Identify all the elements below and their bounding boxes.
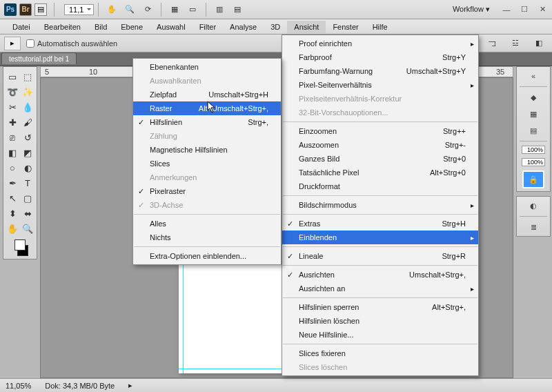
opacity-value-2[interactable]: 100% <box>522 158 545 166</box>
menu-item[interactable]: Slices <box>133 157 281 170</box>
menu-item[interactable]: Nichts <box>133 231 281 244</box>
gradient-tool-icon[interactable]: ◩ <box>21 146 34 159</box>
3d-tool-icon[interactable]: ⬍ <box>6 206 19 220</box>
menu-item[interactable]: Hilfslinien löschen <box>282 314 478 328</box>
status-bar: 11,05% Dok: 34,3 MB/0 Byte ▸ <box>0 378 552 392</box>
distribute-icon[interactable]: ☳ <box>508 36 523 51</box>
menu-item[interactable]: Bildschirmmodus <box>282 198 478 212</box>
minimize-button[interactable]: — <box>501 5 512 14</box>
zoom-level-combo[interactable]: 11,1 <box>64 4 94 15</box>
menu-ebene[interactable]: Ebene <box>114 21 150 33</box>
dodge-tool-icon[interactable]: ◐ <box>21 161 34 175</box>
app-icon-photoshop[interactable]: Ps <box>4 3 17 16</box>
menu-item[interactable]: Druckformat <box>282 179 478 193</box>
menu-item[interactable]: Slices fixieren <box>282 346 478 360</box>
menu-hilfe[interactable]: Hilfe <box>366 21 395 33</box>
lock-icon: 🔒 <box>529 175 538 184</box>
expand-dock-icon[interactable]: « <box>526 70 540 82</box>
pen-tool-icon[interactable]: ✒ <box>6 176 19 190</box>
menu-item[interactable]: Pixelraster <box>133 184 281 198</box>
auto-select-checkbox[interactable]: Automatisch auswählen <box>26 39 117 48</box>
eyedropper-tool-icon[interactable]: 💧 <box>21 100 34 114</box>
adjustments-panel-icon[interactable]: ◐ <box>526 199 540 212</box>
screen-mode-icon[interactable]: ▭ <box>185 2 200 17</box>
eraser-tool-icon[interactable]: ◧ <box>6 146 19 159</box>
arrange-grid-icon[interactable]: ▦ <box>167 2 182 17</box>
app-icon-bridge[interactable]: Br <box>19 3 32 16</box>
shape-tool-icon[interactable]: ▢ <box>21 191 34 205</box>
menu-fenster[interactable]: Fenster <box>326 21 365 33</box>
status-doc-info[interactable]: Dok: 34,3 MB/0 Byte <box>45 382 115 390</box>
menu-item[interactable]: Proof einrichten <box>282 37 478 50</box>
menu-item[interactable]: AusrichtenUmschalt+Strg+, <box>282 268 478 282</box>
menu-item[interactable]: Alles <box>133 217 281 231</box>
foreground-swatch[interactable] <box>14 239 26 251</box>
3d-camera-tool-icon[interactable]: ⬌ <box>21 206 34 220</box>
status-zoom[interactable]: 11,05% <box>6 382 31 390</box>
menu-item[interactable]: EinzoomenStrg++ <box>282 124 478 138</box>
maximize-button[interactable]: ☐ <box>519 5 530 14</box>
move-tool-icon[interactable]: ▭ <box>6 70 19 84</box>
menu-bild[interactable]: Bild <box>88 21 114 33</box>
menu-3d[interactable]: 3D <box>264 21 287 33</box>
menu-item[interactable]: RasterAlt+Umschalt+Strg+, <box>133 101 281 115</box>
type-tool-icon[interactable]: T <box>21 176 34 190</box>
menu-item[interactable]: Ebenenkanten <box>133 60 281 74</box>
menu-auswahl[interactable]: Auswahl <box>150 21 193 33</box>
crop-tool-icon[interactable]: ✂ <box>6 100 19 114</box>
menu-bearbeiten[interactable]: Bearbeiten <box>37 21 88 33</box>
hand-tool2-icon[interactable]: ✋ <box>6 222 19 235</box>
menu-item[interactable]: ZielpfadUmschalt+Strg+H <box>133 88 281 101</box>
menu-analyse[interactable]: Analyse <box>223 21 264 33</box>
color-swatches[interactable] <box>6 237 34 256</box>
menu-item[interactable]: Ausrichten an <box>282 282 478 295</box>
close-button[interactable]: ✕ <box>537 5 548 14</box>
styles-panel-icon[interactable]: ▤ <box>526 124 540 137</box>
menu-filter[interactable]: Filter <box>193 21 223 33</box>
align-icon-2[interactable]: ⫎ <box>484 36 500 51</box>
workspace-switcher[interactable]: Workflow ▾ <box>448 3 494 15</box>
menu-item[interactable]: Farbumfang-WarnungUmschalt+Strg+Y <box>282 64 478 78</box>
menu-item[interactable]: Pixel-Seitenverhältnis <box>282 78 478 92</box>
menu-item: Zählung <box>133 129 281 143</box>
menu-item[interactable]: FarbproofStrg+Y <box>282 50 478 64</box>
menu-item[interactable]: ExtrasStrg+H <box>282 217 478 231</box>
color-panel-icon[interactable]: ◆ <box>526 91 540 104</box>
zoom-tool2-icon[interactable]: 🔍 <box>21 222 34 235</box>
menu-item[interactable]: Ganzes BildStrg+0 <box>282 152 478 166</box>
marquee-tool-icon[interactable]: ⬚ <box>21 70 34 84</box>
menu-item: Anmerkungen <box>133 170 281 184</box>
lasso-tool-icon[interactable]: ➰ <box>6 85 19 99</box>
menu-item[interactable]: Neue Hilfslinie... <box>282 328 478 342</box>
path-select-tool-icon[interactable]: ↖ <box>6 191 19 205</box>
document-tab[interactable]: testtutorial.pdf bei 1 <box>1 52 77 64</box>
heal-tool-icon[interactable]: ✚ <box>6 115 19 129</box>
stamp-tool-icon[interactable]: ⎚ <box>6 130 19 144</box>
panel-toggle-icon[interactable]: ◧ <box>531 36 546 51</box>
layers-panel-icon[interactable]: ≣ <box>526 221 540 233</box>
menu-item[interactable]: LinealeStrg+R <box>282 249 478 263</box>
layer-thumbnail[interactable]: 🔒 <box>522 170 544 188</box>
opacity-value-1[interactable]: 100% <box>522 146 545 154</box>
extras-icon-2[interactable]: ▤ <box>230 2 245 17</box>
film-strip-icon[interactable]: ▤ <box>34 3 47 16</box>
menu-item[interactable]: Extra-Optionen einblenden... <box>133 249 281 263</box>
menu-item[interactable]: HilfslinienStrg+, <box>133 115 281 129</box>
blur-tool-icon[interactable]: ○ <box>6 161 19 175</box>
rotate-view-icon[interactable]: ⟳ <box>140 2 155 17</box>
quick-select-tool-icon[interactable]: ✨ <box>21 85 34 99</box>
swatches-panel-icon[interactable]: ▦ <box>526 108 540 120</box>
menu-item[interactable]: Tatsächliche PixelAlt+Strg+0 <box>282 166 478 179</box>
menu-ansicht[interactable]: Ansicht <box>287 21 326 33</box>
menu-item[interactable]: AuszoomenStrg+- <box>282 138 478 152</box>
menu-item[interactable]: Einblenden <box>282 231 478 244</box>
brush-tool-icon[interactable]: 🖌 <box>21 115 34 129</box>
history-brush-icon[interactable]: ↺ <box>21 130 34 144</box>
menu-item[interactable]: Hilfslinien sperrenAlt+Strg+, <box>282 300 478 314</box>
menu-datei[interactable]: Datei <box>6 21 37 33</box>
zoom-tool-icon[interactable]: 🔍 <box>122 2 137 17</box>
extras-icon-1[interactable]: ▥ <box>212 2 227 17</box>
hand-tool-icon[interactable]: ✋ <box>104 2 119 17</box>
menu-item[interactable]: Magnetische Hilfslinien <box>133 143 281 157</box>
current-tool-preset[interactable]: ▸ <box>4 37 21 50</box>
